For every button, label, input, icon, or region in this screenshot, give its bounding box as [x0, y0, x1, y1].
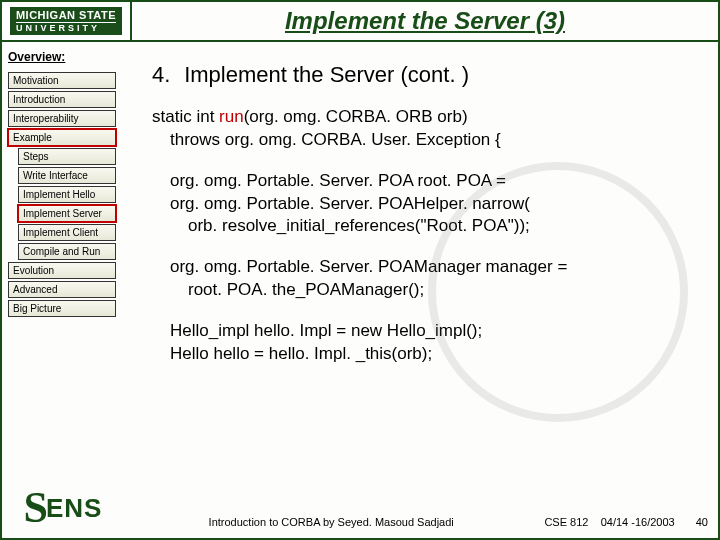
- nav-item-introduction[interactable]: Introduction: [8, 91, 116, 108]
- run-keyword: run: [219, 107, 244, 126]
- logo-line2: UNIVERSITY: [16, 22, 116, 34]
- code-block-1: org. omg. Portable. Server. POA root. PO…: [152, 170, 696, 239]
- content-heading: 4. Implement the Server (cont. ): [152, 60, 696, 90]
- footer-center: Introduction to CORBA by Seyed. Masoud S…: [118, 516, 544, 532]
- heading-text: Implement the Server (cont. ): [184, 62, 469, 87]
- code-sig1: static int run(org. omg. CORBA. ORB orb): [152, 106, 696, 129]
- nav-item-example[interactable]: Example: [8, 129, 116, 146]
- footer-right: CSE 812 04/14 -16/2003 40: [544, 516, 708, 532]
- nav-item-big-picture[interactable]: Big Picture: [8, 300, 116, 317]
- nav-item-steps[interactable]: Steps: [18, 148, 116, 165]
- nav-item-implement-server[interactable]: Implement Server: [18, 205, 116, 222]
- nav-item-interoperability[interactable]: Interoperability: [8, 110, 116, 127]
- heading-num: 4.: [152, 60, 178, 90]
- footer-course: CSE 812: [544, 516, 588, 528]
- code-block-3: Hello_impl hello. Impl = new Hello_impl(…: [152, 320, 696, 366]
- sens-logo: SENS: [8, 484, 118, 532]
- nav-item-write-interface[interactable]: Write Interface: [18, 167, 116, 184]
- page-number: 40: [696, 516, 708, 528]
- nav-item-evolution[interactable]: Evolution: [8, 262, 116, 279]
- msu-logo: MICHIGAN STATE UNIVERSITY: [2, 2, 132, 40]
- content-area: 4. Implement the Server (cont. ) static …: [122, 42, 718, 538]
- title-bar: MICHIGAN STATE UNIVERSITY Implement the …: [2, 2, 718, 42]
- nav-item-implement-client[interactable]: Implement Client: [18, 224, 116, 241]
- footer-date: 04/14 -16/2003: [601, 516, 675, 528]
- nav-item-implement-hello[interactable]: Implement Hello: [18, 186, 116, 203]
- code-sig2: throws org. omg. CORBA. User. Exception …: [152, 129, 696, 152]
- overview-label: Overview:: [8, 50, 116, 64]
- slide-title: Implement the Server (3): [132, 2, 718, 40]
- nav-item-advanced[interactable]: Advanced: [8, 281, 116, 298]
- nav-item-motivation[interactable]: Motivation: [8, 72, 116, 89]
- code-block-2: org. omg. Portable. Server. POAManager m…: [152, 256, 696, 302]
- footer: SENS Introduction to CORBA by Seyed. Mas…: [2, 484, 718, 534]
- logo-line1: MICHIGAN STATE: [16, 9, 116, 21]
- slide: MICHIGAN STATE UNIVERSITY Implement the …: [0, 0, 720, 540]
- slide-body: Overview: MotivationIntroductionInterope…: [2, 42, 718, 538]
- nav-item-compile-and-run[interactable]: Compile and Run: [18, 243, 116, 260]
- sidebar: Overview: MotivationIntroductionInterope…: [2, 42, 122, 538]
